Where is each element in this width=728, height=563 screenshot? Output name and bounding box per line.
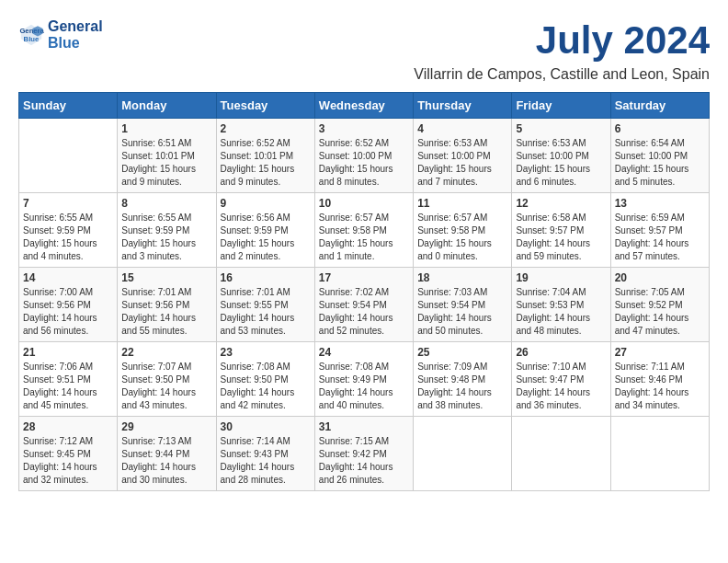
day-info: Sunrise: 7:14 AMSunset: 9:43 PMDaylight:… [221, 435, 311, 487]
day-number: 21 [23, 346, 113, 359]
day-info: Sunrise: 7:11 AMSunset: 9:46 PMDaylight:… [615, 361, 705, 412]
day-info: Sunrise: 7:05 AMSunset: 9:52 PMDaylight:… [615, 286, 705, 338]
day-info: Sunrise: 6:52 AMSunset: 10:01 PMDaylight… [221, 137, 311, 189]
day-number: 17 [319, 271, 409, 284]
day-cell [512, 417, 610, 491]
day-cell: 21Sunrise: 7:06 AMSunset: 9:51 PMDayligh… [19, 342, 118, 417]
day-number: 7 [23, 197, 113, 210]
title-section: July 2024 [536, 18, 710, 63]
day-number: 13 [615, 197, 705, 210]
day-cell: 7Sunrise: 6:55 AMSunset: 9:59 PMDaylight… [19, 193, 118, 268]
day-cell: 17Sunrise: 7:02 AMSunset: 9:54 PMDayligh… [314, 268, 413, 342]
day-info: Sunrise: 7:01 AMSunset: 9:55 PMDaylight:… [221, 286, 311, 338]
day-info: Sunrise: 7:01 AMSunset: 9:56 PMDaylight:… [121, 286, 211, 338]
logo-icon: General Blue [18, 22, 44, 48]
day-info: Sunrise: 6:54 AMSunset: 10:00 PMDaylight… [615, 137, 705, 189]
day-cell: 8Sunrise: 6:55 AMSunset: 9:59 PMDaylight… [118, 193, 216, 268]
day-info: Sunrise: 6:51 AMSunset: 10:01 PMDaylight… [121, 137, 211, 189]
day-info: Sunrise: 6:55 AMSunset: 9:59 PMDaylight:… [121, 212, 211, 263]
day-cell: 9Sunrise: 6:56 AMSunset: 9:59 PMDaylight… [216, 193, 314, 268]
day-info: Sunrise: 7:07 AMSunset: 9:50 PMDaylight:… [121, 361, 211, 412]
day-cell: 31Sunrise: 7:15 AMSunset: 9:42 PMDayligh… [314, 417, 413, 491]
day-cell: 22Sunrise: 7:07 AMSunset: 9:50 PMDayligh… [118, 342, 216, 417]
day-number: 12 [516, 197, 606, 210]
day-number: 24 [319, 346, 409, 359]
day-cell: 5Sunrise: 6:53 AMSunset: 10:00 PMDayligh… [512, 119, 610, 193]
day-number: 28 [23, 420, 113, 433]
day-info: Sunrise: 7:00 AMSunset: 9:56 PMDaylight:… [23, 286, 113, 338]
day-number: 15 [121, 271, 211, 284]
logo: General Blue General Blue [18, 18, 103, 51]
day-number: 6 [615, 122, 705, 135]
day-number: 22 [121, 346, 211, 359]
page-header: General Blue General Blue July 2024 [18, 18, 710, 63]
day-info: Sunrise: 7:09 AMSunset: 9:48 PMDaylight:… [417, 361, 507, 412]
column-header-friday: Friday [512, 93, 610, 119]
day-number: 26 [516, 346, 606, 359]
day-info: Sunrise: 6:57 AMSunset: 9:58 PMDaylight:… [417, 212, 507, 263]
day-number: 2 [221, 122, 311, 135]
day-cell: 20Sunrise: 7:05 AMSunset: 9:52 PMDayligh… [610, 268, 709, 342]
day-info: Sunrise: 7:15 AMSunset: 9:42 PMDaylight:… [319, 435, 409, 487]
column-header-wednesday: Wednesday [314, 93, 413, 119]
day-info: Sunrise: 6:57 AMSunset: 9:58 PMDaylight:… [319, 212, 409, 263]
day-number: 30 [221, 420, 311, 433]
week-row-4: 21Sunrise: 7:06 AMSunset: 9:51 PMDayligh… [19, 342, 710, 417]
day-info: Sunrise: 6:59 AMSunset: 9:57 PMDaylight:… [615, 212, 705, 263]
day-info: Sunrise: 7:12 AMSunset: 9:45 PMDaylight:… [23, 435, 113, 487]
day-cell: 16Sunrise: 7:01 AMSunset: 9:55 PMDayligh… [216, 268, 314, 342]
column-header-monday: Monday [118, 93, 216, 119]
day-info: Sunrise: 7:10 AMSunset: 9:47 PMDaylight:… [516, 361, 606, 412]
day-cell: 1Sunrise: 6:51 AMSunset: 10:01 PMDayligh… [118, 119, 216, 193]
day-number: 20 [615, 271, 705, 284]
column-header-tuesday: Tuesday [216, 93, 314, 119]
day-cell: 3Sunrise: 6:52 AMSunset: 10:00 PMDayligh… [314, 119, 413, 193]
day-cell: 14Sunrise: 7:00 AMSunset: 9:56 PMDayligh… [19, 268, 118, 342]
day-number: 5 [516, 122, 606, 135]
day-cell [610, 417, 709, 491]
day-info: Sunrise: 6:56 AMSunset: 9:59 PMDaylight:… [221, 212, 311, 263]
day-number: 4 [417, 122, 507, 135]
day-number: 29 [121, 420, 211, 433]
day-number: 1 [121, 122, 211, 135]
month-title: July 2024 [536, 18, 710, 63]
day-info: Sunrise: 7:13 AMSunset: 9:44 PMDaylight:… [121, 435, 211, 487]
week-row-5: 28Sunrise: 7:12 AMSunset: 9:45 PMDayligh… [19, 417, 710, 491]
day-cell: 10Sunrise: 6:57 AMSunset: 9:58 PMDayligh… [314, 193, 413, 268]
day-info: Sunrise: 6:55 AMSunset: 9:59 PMDaylight:… [23, 212, 113, 263]
day-number: 16 [221, 271, 311, 284]
day-info: Sunrise: 7:08 AMSunset: 9:49 PMDaylight:… [319, 361, 409, 412]
column-header-saturday: Saturday [610, 93, 709, 119]
week-row-2: 7Sunrise: 6:55 AMSunset: 9:59 PMDaylight… [19, 193, 710, 268]
day-cell: 26Sunrise: 7:10 AMSunset: 9:47 PMDayligh… [512, 342, 610, 417]
day-number: 14 [23, 271, 113, 284]
day-number: 8 [121, 197, 211, 210]
day-cell: 19Sunrise: 7:04 AMSunset: 9:53 PMDayligh… [512, 268, 610, 342]
day-info: Sunrise: 6:53 AMSunset: 10:00 PMDaylight… [516, 137, 606, 189]
day-cell: 2Sunrise: 6:52 AMSunset: 10:01 PMDayligh… [216, 119, 314, 193]
day-cell: 30Sunrise: 7:14 AMSunset: 9:43 PMDayligh… [216, 417, 314, 491]
day-number: 25 [417, 346, 507, 359]
day-cell: 12Sunrise: 6:58 AMSunset: 9:57 PMDayligh… [512, 193, 610, 268]
day-cell: 6Sunrise: 6:54 AMSunset: 10:00 PMDayligh… [610, 119, 709, 193]
calendar-table: SundayMondayTuesdayWednesdayThursdayFrid… [18, 92, 710, 491]
day-cell: 28Sunrise: 7:12 AMSunset: 9:45 PMDayligh… [19, 417, 118, 491]
day-info: Sunrise: 6:58 AMSunset: 9:57 PMDaylight:… [516, 212, 606, 263]
week-row-3: 14Sunrise: 7:00 AMSunset: 9:56 PMDayligh… [19, 268, 710, 342]
day-number: 9 [221, 197, 311, 210]
day-info: Sunrise: 7:03 AMSunset: 9:54 PMDaylight:… [417, 286, 507, 338]
day-number: 3 [319, 122, 409, 135]
day-cell: 29Sunrise: 7:13 AMSunset: 9:44 PMDayligh… [118, 417, 216, 491]
day-number: 18 [417, 271, 507, 284]
day-number: 19 [516, 271, 606, 284]
column-header-sunday: Sunday [19, 93, 118, 119]
day-number: 10 [319, 197, 409, 210]
column-header-thursday: Thursday [414, 93, 512, 119]
day-info: Sunrise: 7:02 AMSunset: 9:54 PMDaylight:… [319, 286, 409, 338]
day-cell: 23Sunrise: 7:08 AMSunset: 9:50 PMDayligh… [216, 342, 314, 417]
svg-text:Blue: Blue [24, 35, 40, 43]
day-info: Sunrise: 7:04 AMSunset: 9:53 PMDaylight:… [516, 286, 606, 338]
day-info: Sunrise: 6:52 AMSunset: 10:00 PMDaylight… [319, 137, 409, 189]
day-cell: 25Sunrise: 7:09 AMSunset: 9:48 PMDayligh… [414, 342, 512, 417]
day-cell: 18Sunrise: 7:03 AMSunset: 9:54 PMDayligh… [414, 268, 512, 342]
